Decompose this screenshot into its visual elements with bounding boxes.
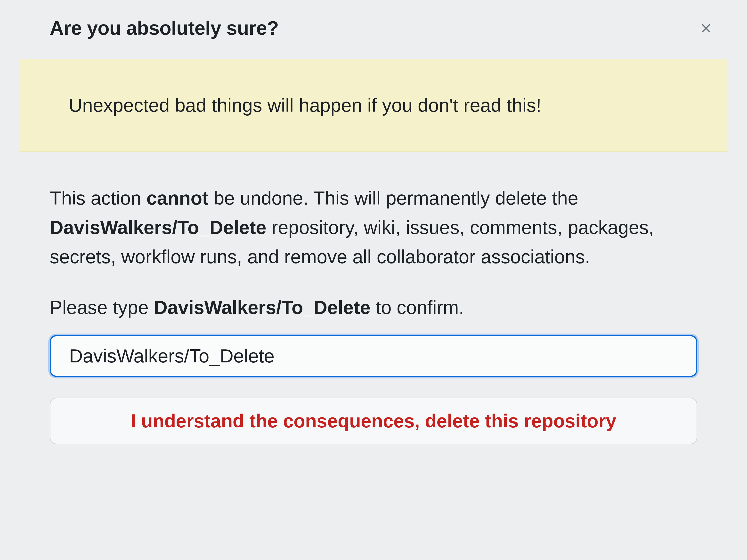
description-text: This action cannot be undone. This will … [50,184,697,271]
description-bold1: cannot [147,187,209,209]
delete-repository-dialog: Are you absolutely sure? Unexpected bad … [0,0,747,456]
confirm-prompt-part1: Please type [50,297,154,318]
confirm-prompt: Please type DavisWalkers/To_Delete to co… [50,293,697,322]
close-icon [699,21,713,35]
dialog-header: Are you absolutely sure? [0,0,747,59]
close-button[interactable] [697,19,716,37]
confirm-prompt-part2: to confirm. [370,297,464,318]
confirm-repo-name-input[interactable] [50,335,697,377]
description-bold2: DavisWalkers/To_Delete [50,217,266,238]
confirm-prompt-bold: DavisWalkers/To_Delete [154,297,370,318]
dialog-body: This action cannot be undone. This will … [0,152,747,456]
description-part1: This action [50,187,147,209]
dialog-title: Are you absolutely sure? [50,17,279,39]
confirm-delete-button[interactable]: I understand the consequences, delete th… [50,398,697,444]
warning-text: Unexpected bad things will happen if you… [69,93,678,117]
description-part2: be undone. This will permanently delete … [209,187,578,209]
warning-banner: Unexpected bad things will happen if you… [19,59,728,152]
